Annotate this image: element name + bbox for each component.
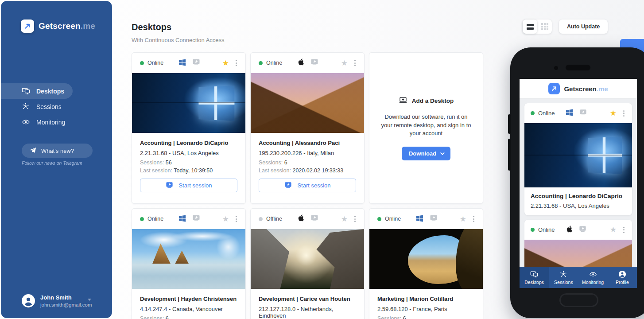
desktop-title: Development | Carice van Houten — [259, 296, 356, 302]
sidebar-nav: Desktops Sessions Monitoring — [1, 83, 112, 130]
screen-share-icon[interactable] — [578, 225, 587, 235]
favorite-star-icon[interactable]: ★ — [341, 59, 348, 67]
screen-share-icon[interactable] — [192, 214, 201, 224]
sessions-label: Sessions: — [140, 160, 164, 166]
sessions-label: Sessions: — [140, 315, 164, 319]
favorite-star-icon[interactable]: ★ — [222, 59, 229, 67]
sessions-icon — [559, 270, 567, 278]
kebab-menu-icon[interactable] — [352, 214, 358, 223]
auto-update-button[interactable]: Auto Update — [559, 19, 608, 34]
start-session-label: Start session — [178, 182, 212, 189]
sessions-value: 6 — [166, 315, 169, 319]
sidebar: Getscreen.me Desktops Sessions Monitorin… — [1, 1, 112, 318]
user-menu[interactable]: John Smith john.smith@gmail.com — [22, 294, 92, 307]
screen-share-icon[interactable] — [310, 58, 319, 68]
status-dot — [377, 217, 381, 221]
desktop-card: Online ★ Marketing | Marion Cotillard 2.… — [369, 208, 483, 319]
phone-nav-label: Desktops — [524, 280, 544, 285]
favorite-star-icon[interactable]: ★ — [460, 215, 466, 223]
favorite-star-icon[interactable]: ★ — [341, 215, 348, 223]
favorite-star-icon[interactable]: ★ — [610, 109, 617, 117]
download-button[interactable]: Download — [402, 147, 450, 160]
windows-icon — [565, 108, 574, 118]
last-session-label: Last session: — [259, 167, 291, 174]
screen-share-icon[interactable] — [310, 214, 319, 224]
start-session-button[interactable]: Start session — [259, 179, 356, 192]
status-label: Online — [538, 110, 555, 117]
status-indicator: Online — [140, 216, 178, 222]
desktop-title: Development | Hayden Christensen — [140, 296, 237, 302]
status-indicator: Online — [531, 226, 565, 233]
start-session-icon — [284, 181, 292, 191]
phone-screen: Getscreen.me Online ★ — [520, 79, 637, 288]
status-dot — [531, 228, 535, 232]
apple-icon — [297, 58, 305, 68]
sessions-label: Sessions: — [259, 160, 283, 166]
desktop-preview[interactable] — [369, 229, 483, 289]
kebab-menu-icon[interactable] — [233, 58, 239, 67]
desktop-preview[interactable] — [132, 229, 245, 289]
windows-icon — [178, 214, 186, 224]
page-subtitle: With Continuous Connection Access — [132, 37, 225, 43]
desktop-preview[interactable] — [251, 229, 364, 289]
phone-nav-profile[interactable]: Profile — [608, 267, 637, 288]
grid-view-button[interactable] — [537, 19, 552, 34]
profile-icon — [618, 270, 626, 278]
app-window: Getscreen.me Desktops Sessions Monitorin… — [0, 0, 644, 319]
desktop-preview[interactable] — [251, 73, 364, 133]
sidebar-item-desktops[interactable]: Desktops — [1, 83, 73, 99]
phone-nav-sessions[interactable]: Sessions — [549, 267, 578, 288]
add-desktop-icon — [399, 96, 407, 106]
phone-card-list: Online ★ Accounting | Leonardo DiCaprio — [520, 99, 637, 288]
screen-share-icon[interactable] — [192, 58, 201, 68]
start-session-button[interactable]: Start session — [140, 179, 237, 192]
favorite-star-icon[interactable]: ★ — [222, 215, 229, 223]
screen-share-icon[interactable] — [429, 214, 438, 224]
sidebar-item-sessions[interactable]: Sessions — [1, 99, 112, 114]
desktop-title: Accounting | Leonardo DiCaprio — [140, 140, 237, 146]
brand-name: Getscreen.me — [39, 21, 95, 31]
grid-view-icon — [541, 23, 548, 30]
last-session-label: Last session: — [140, 167, 172, 174]
status-indicator: Online — [259, 60, 297, 66]
list-view-button[interactable] — [523, 19, 537, 34]
windows-icon — [178, 58, 186, 68]
brand-logo-icon — [21, 19, 34, 33]
desktop-preview[interactable] — [524, 123, 632, 187]
page-title: Desktops — [132, 22, 171, 32]
phone-nav-monitoring[interactable]: Monitoring — [578, 267, 608, 288]
brand-logo[interactable]: Getscreen.me — [21, 19, 95, 33]
desktop-preview[interactable] — [132, 73, 245, 133]
kebab-menu-icon[interactable] — [233, 214, 239, 223]
screen-share-icon[interactable] — [579, 108, 587, 118]
add-desktop-title: Add a Desktop — [412, 97, 454, 104]
favorite-star-icon[interactable]: ★ — [610, 226, 617, 233]
status-label: Offline — [266, 216, 282, 222]
sessions-value: 6 — [284, 160, 287, 166]
status-indicator: Online — [377, 216, 415, 222]
desktop-location: 4.14.247.4 - Canada, Vancouver — [140, 306, 237, 312]
chevron-down-icon — [440, 151, 445, 155]
user-name: John Smith — [40, 294, 92, 301]
apple-icon — [565, 225, 573, 235]
status-indicator: Offline — [259, 216, 297, 222]
brand-logo-icon — [548, 83, 560, 94]
status-indicator: Online — [140, 60, 178, 66]
telegram-note[interactable]: Follow our news on Telegram — [22, 160, 82, 166]
list-view-icon — [527, 24, 534, 30]
desktops-icon — [22, 87, 30, 95]
kebab-menu-icon[interactable] — [621, 226, 627, 234]
phone-nav-label: Sessions — [554, 280, 573, 285]
kebab-menu-icon[interactable] — [471, 214, 477, 223]
status-label: Online — [147, 60, 163, 66]
desktop-grid: Online ★ Accounting | Leonardo DiCaprio … — [132, 52, 483, 319]
desktop-card: Online ★ Accounting | Alessandro Paci 19… — [250, 52, 365, 204]
kebab-menu-icon[interactable] — [352, 58, 358, 67]
sidebar-item-monitoring[interactable]: Monitoring — [1, 114, 112, 130]
camera-dot — [554, 66, 558, 70]
phone-nav-desktops[interactable]: Desktops — [520, 267, 549, 288]
whats-new-button[interactable]: What's new? — [22, 144, 93, 158]
desktop-title: Accounting | Leonardo DiCaprio — [531, 193, 626, 199]
kebab-menu-icon[interactable] — [621, 109, 627, 118]
status-dot — [259, 217, 263, 221]
